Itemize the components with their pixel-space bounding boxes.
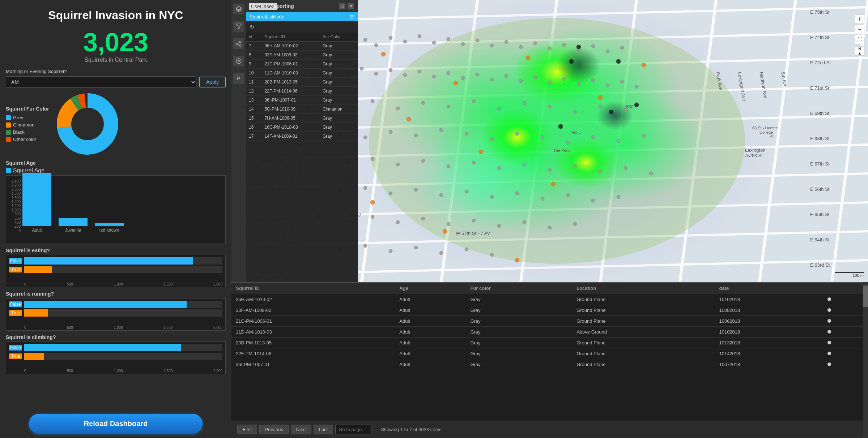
svg-point-147 (566, 141, 570, 145)
svg-point-119 (548, 81, 552, 84)
climbing-true-row: True (9, 353, 222, 360)
svg-point-88 (389, 36, 392, 40)
layers-tool-button[interactable] (233, 4, 244, 14)
squirrellistnode-bar: SquirrelListNode ☰ (246, 12, 358, 21)
svg-point-98 (533, 42, 537, 45)
svg-point-103 (606, 50, 609, 53)
svg-point-179 (421, 217, 425, 220)
previous-page-button[interactable]: Previous (259, 425, 289, 434)
minimize-reporting-button[interactable]: □ (339, 3, 345, 9)
dot-indicator (827, 341, 831, 344)
svg-point-161 (599, 170, 602, 173)
svg-point-117 (519, 79, 523, 83)
svg-marker-6 (236, 24, 242, 29)
reload-dashboard-button[interactable]: Reload Dashboard (29, 414, 203, 434)
reporting-table-body: 736H-AM-1010-02Gray833F-AM-1008-02Gray92… (246, 42, 358, 141)
svg-text:E 67th St: E 67th St (810, 161, 830, 167)
running-false-label: False (9, 301, 22, 307)
reporting-col-id: id (246, 33, 262, 42)
svg-point-90 (418, 34, 421, 38)
time-filter-select[interactable]: AM PM (6, 76, 196, 88)
reporting-table-row: 1011D-AM-1010-03Gray (246, 69, 358, 78)
fur-donut-chart (55, 91, 120, 156)
filter-controls: AM PM Apply (6, 76, 226, 88)
svg-point-212 (558, 124, 563, 129)
unknown-label: not known (99, 228, 119, 233)
items-info: Showing 1 to 7 of 3023 items (381, 427, 442, 432)
zoom-in-button[interactable]: + (855, 14, 864, 24)
svg-point-110 (418, 70, 421, 73)
refresh-icon[interactable]: ↻ (250, 23, 254, 30)
adult-bar (22, 173, 51, 226)
parking-tool-button[interactable]: P (233, 73, 244, 84)
eating-chart: False True 0 500 1,000 1,500 2,000 (6, 255, 226, 287)
svg-point-118 (533, 76, 537, 79)
svg-point-131 (472, 99, 476, 103)
svg-text:E 72nd St: E 72nd St (810, 60, 831, 65)
svg-text:®: ® (770, 134, 773, 139)
svg-text:Av/63 St: Av/63 St (745, 153, 763, 158)
dot-indicator (827, 319, 831, 323)
compass-button[interactable]: N▲ (855, 46, 864, 56)
fullscreen-button[interactable]: ⛶ (855, 35, 864, 44)
svg-point-187 (363, 244, 367, 248)
svg-point-8 (236, 43, 238, 45)
list-menu-icon: ☰ (350, 14, 354, 20)
svg-point-211 (616, 59, 621, 64)
svg-point-146 (541, 136, 544, 139)
fur-color-section: Squirrel Fur Color Grey Cinnamon Black O… (0, 89, 231, 159)
reporting-table-row: 736H-AM-1010-02Gray (246, 42, 358, 51)
fur-title: Squirrel Fur Color (6, 106, 49, 112)
scrollbar-thumb[interactable] (863, 285, 868, 307)
svg-text:650: 650 (626, 104, 634, 110)
svg-point-152 (371, 157, 374, 161)
last-page-button[interactable]: Last (314, 425, 333, 434)
svg-point-113 (461, 76, 465, 80)
close-reporting-button[interactable]: ✕ (348, 3, 354, 9)
reporting-col-fur-color: Fur Color (320, 33, 358, 42)
table-row: 36I-PM-1007-01AdultGrayGround Plane10072… (231, 359, 868, 370)
data-table-container[interactable]: Squirrel ID Age Fur color Location date … (231, 283, 868, 421)
climbing-true-label: True (9, 353, 22, 359)
page-number-input[interactable] (335, 425, 371, 434)
legend-item-other: Other color (6, 137, 49, 142)
svg-point-173 (566, 193, 570, 197)
dot-indicator (827, 352, 831, 355)
running-true-track (24, 309, 222, 317)
running-false-fill (24, 301, 187, 308)
reporting-table-row: 1336I-PM-1007-01Gray (246, 96, 358, 105)
svg-point-97 (519, 45, 523, 49)
legend-item-cinnamon: Cinnamon (6, 122, 49, 128)
dashboard-title: Squirrel Invasion in NYC (0, 0, 231, 26)
table-scrollbar[interactable] (863, 282, 868, 438)
svg-point-193 (381, 52, 386, 56)
age-legend-color (6, 168, 11, 173)
scale-bar: 100 m (835, 272, 864, 278)
first-page-button[interactable]: First (237, 425, 257, 434)
zoom-out-button[interactable]: − (855, 25, 864, 34)
svg-text:Arp...: Arp... (571, 130, 581, 134)
svg-point-137 (624, 108, 627, 112)
running-title: Squirrel is running? (6, 291, 226, 297)
share-tool-button[interactable] (233, 38, 244, 49)
svg-point-132 (497, 107, 501, 110)
svg-point-184 (548, 226, 552, 229)
reload-section: Reload Dashboard (0, 409, 231, 438)
table-row: 20B-PM-1013-05AdultGrayGround Plane10132… (231, 338, 868, 348)
running-false-track (24, 301, 222, 308)
svg-point-141 (414, 134, 418, 137)
svg-point-209 (634, 103, 639, 107)
svg-point-116 (505, 74, 508, 78)
svg-point-4 (72, 108, 103, 140)
svg-point-159 (548, 168, 552, 172)
data-table: Squirrel ID Age Fur color Location date … (231, 283, 868, 370)
col-age: Age (395, 283, 466, 294)
svg-point-115 (490, 78, 494, 81)
climbing-false-fill (24, 344, 181, 351)
next-page-button[interactable]: Next (291, 425, 311, 434)
reporting-table-row: 1714F-AM-1009-01Gray (246, 132, 358, 141)
apply-button[interactable]: Apply (199, 77, 226, 87)
filter-tool-button[interactable] (233, 21, 244, 32)
location-tool-button[interactable] (233, 56, 244, 66)
svg-point-200 (370, 200, 375, 205)
